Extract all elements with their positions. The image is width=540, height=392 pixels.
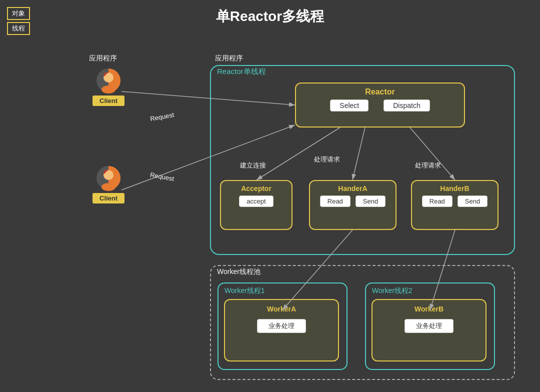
arrow-process1-label: 处理请求	[314, 155, 340, 164]
acceptor-buttons: accept	[239, 196, 273, 207]
handerb-box: HanderB Read Send	[411, 180, 498, 230]
accept-button[interactable]: accept	[239, 196, 273, 207]
client1-label: Client	[92, 96, 124, 106]
dispatch-button[interactable]: Dispatch	[384, 100, 430, 112]
handera-read-button[interactable]: Read	[320, 196, 350, 207]
client2-label: Client	[92, 193, 124, 204]
handera-box: HanderA Read Send	[309, 180, 396, 230]
client1-block: Client	[92, 68, 124, 106]
handera-title: HanderA	[338, 184, 367, 192]
reactor-title: Reactor	[365, 88, 395, 96]
workera-title: WorkerA	[267, 305, 296, 313]
request1-label: Request	[150, 111, 174, 122]
request2-label: Request	[150, 171, 174, 182]
client2-avatar	[96, 165, 122, 191]
arrow-process2-label: 处理请求	[415, 161, 441, 170]
svg-point-2	[102, 86, 116, 94]
worker2-label: Worker线程2	[372, 286, 412, 296]
page-title: 单Reactor多线程	[0, 7, 540, 26]
app-label-right: 应用程序	[215, 54, 243, 63]
svg-point-5	[102, 183, 116, 191]
arrow-connect-label: 建立连接	[240, 161, 266, 170]
worker1-label: Worker线程1	[224, 286, 265, 296]
handerb-buttons: Read Send	[422, 196, 488, 207]
reactor-box: Reactor Select Dispatch	[295, 82, 465, 128]
workera-process-button[interactable]: 业务处理	[257, 319, 306, 333]
client1-avatar	[96, 68, 122, 94]
client2-block: Client	[92, 165, 124, 204]
select-button[interactable]: Select	[330, 100, 368, 112]
handerb-send-button[interactable]: Send	[458, 196, 488, 207]
workerb-title: WorkerB	[414, 305, 444, 313]
workerb-box: WorkerB 业务处理	[372, 299, 486, 362]
workera-box: WorkerA 业务处理	[224, 299, 339, 362]
worker-pool-label: Worker线程池	[217, 268, 260, 276]
app-label-left: 应用程序	[89, 54, 117, 63]
handera-send-button[interactable]: Send	[356, 196, 386, 207]
reactor-buttons: Select Dispatch	[330, 100, 430, 112]
handerb-title: HanderB	[440, 184, 469, 192]
reactor-single-thread-label: Reactor单线程	[217, 67, 266, 76]
acceptor-title: Acceptor	[241, 184, 272, 192]
acceptor-box: Acceptor accept	[220, 180, 292, 230]
workerb-process-button[interactable]: 业务处理	[404, 319, 454, 333]
handera-buttons: Read Send	[320, 196, 386, 207]
handerb-read-button[interactable]: Read	[422, 196, 452, 207]
